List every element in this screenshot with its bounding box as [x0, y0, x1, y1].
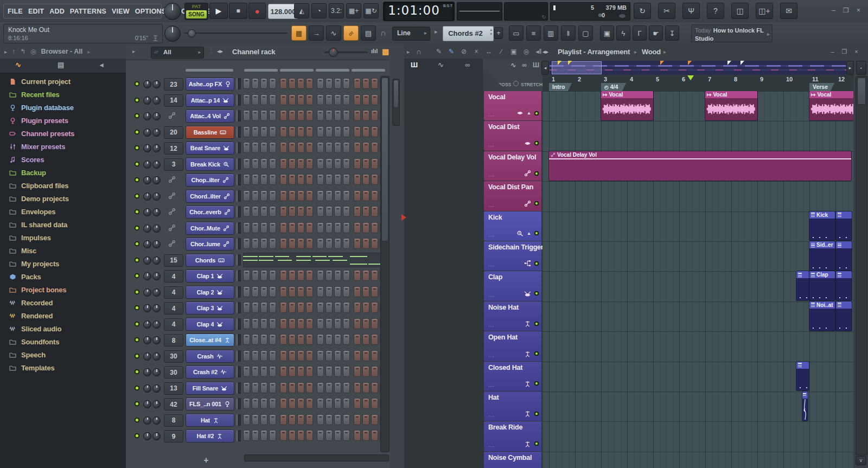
step-button[interactable] — [243, 126, 250, 137]
step-button[interactable] — [269, 142, 276, 153]
wait-input-icon[interactable]: ◔ — [311, 3, 327, 18]
playlist-restore-button[interactable]: ❒ — [840, 47, 849, 56]
playlist-track-noise-hat[interactable]: Noise Hat ⋯ — [484, 302, 541, 331]
step-button[interactable] — [371, 302, 378, 313]
step-button[interactable] — [260, 398, 267, 409]
step-button[interactable] — [260, 430, 267, 441]
channel-mute-slot[interactable] — [237, 158, 241, 170]
step-button[interactable] — [317, 78, 324, 89]
step-button[interactable] — [280, 366, 287, 377]
step-button[interactable] — [362, 286, 369, 297]
track-options-dots[interactable]: ⋯ — [488, 353, 495, 360]
step-button[interactable] — [289, 270, 296, 281]
channel-volume-knob[interactable] — [152, 289, 161, 297]
cut-plugin-icon[interactable]: ✂ — [658, 3, 675, 19]
step-button[interactable] — [280, 350, 287, 361]
channel-button-fls-n-001[interactable]: FLS_..n 001 — [186, 398, 234, 411]
draw-icon[interactable]: ✎ — [434, 47, 444, 56]
channel-mute-slot[interactable] — [237, 334, 241, 345]
step-button[interactable] — [317, 142, 324, 153]
step-button[interactable] — [243, 222, 250, 233]
step-button[interactable] — [260, 350, 267, 361]
track-enable-led[interactable] — [534, 291, 539, 296]
track-options-dots[interactable]: ⋯ — [488, 262, 495, 270]
step-button[interactable] — [362, 350, 369, 361]
menu-edit[interactable]: EDIT — [25, 8, 47, 15]
step-button[interactable] — [243, 382, 250, 393]
step-button[interactable] — [280, 270, 287, 281]
channel-mute-slot[interactable] — [237, 254, 241, 266]
step-button[interactable] — [260, 382, 267, 393]
rack-add-channel-button[interactable]: + — [201, 456, 212, 466]
copy-icon[interactable]: ▣ — [600, 25, 614, 41]
step-button[interactable] — [371, 78, 378, 89]
playlist-scroll-down-button[interactable]: ˅ — [856, 456, 866, 465]
step-button[interactable] — [317, 366, 324, 377]
browser-item-speech[interactable]: Speech — [0, 349, 126, 361]
track-options-dots[interactable]: ⋯ — [488, 413, 495, 420]
arrangement-overview[interactable] — [550, 61, 846, 75]
step-button[interactable] — [252, 366, 259, 377]
track-enable-led[interactable] — [534, 201, 539, 206]
oscilloscope-panel[interactable] — [457, 2, 502, 21]
channel-enable-led[interactable] — [135, 354, 139, 358]
slider-thumb[interactable] — [188, 29, 196, 37]
browser-item-il-shared-data[interactable]: IL shared data — [0, 219, 126, 231]
stepper-icon[interactable]: ▴▾ — [490, 28, 492, 36]
step-button[interactable] — [243, 414, 250, 425]
channel-mixer-track-number[interactable]: 4 — [164, 286, 183, 299]
step-button[interactable] — [289, 398, 296, 409]
step-button[interactable] — [362, 302, 369, 313]
step-button[interactable] — [306, 382, 313, 393]
step-button[interactable] — [334, 318, 341, 329]
step-button[interactable] — [269, 270, 276, 281]
step-button[interactable] — [326, 398, 333, 409]
channel-button-attac-p-14[interactable]: Attac..p 14 — [186, 94, 234, 107]
step-button[interactable] — [354, 238, 361, 249]
channel-mute-slot[interactable] — [237, 94, 241, 106]
browser-back-icon[interactable]: ↰ — [20, 48, 25, 55]
channel-button-chords[interactable]: Chords — [186, 254, 234, 267]
step-button[interactable] — [297, 286, 304, 297]
channel-enable-led[interactable] — [135, 369, 139, 374]
channel-enable-led[interactable] — [135, 418, 139, 422]
step-button[interactable] — [289, 110, 296, 121]
step-button[interactable] — [326, 190, 333, 201]
step-button[interactable] — [354, 334, 361, 345]
browser-item-project-bones[interactable]: Project bones — [0, 284, 126, 296]
step-button[interactable] — [280, 318, 287, 329]
channel-pan-knob[interactable] — [143, 368, 151, 376]
step-button[interactable] — [269, 190, 276, 201]
pattern-clip-clap[interactable]: Clap — [809, 271, 835, 300]
step-button[interactable] — [371, 334, 378, 345]
step-button[interactable] — [297, 430, 304, 441]
step-button[interactable] — [297, 366, 304, 377]
save-icon[interactable]: ◫ — [731, 3, 749, 19]
channel-volume-knob[interactable] — [152, 432, 161, 440]
channel-enable-led[interactable] — [135, 209, 139, 214]
step-button[interactable] — [297, 318, 304, 329]
pattern-clip-unnamed[interactable] — [836, 302, 852, 331]
channel-button-attac-4-vol[interactable]: Attac..4 Vol — [186, 110, 234, 123]
channel-pan-knob[interactable] — [143, 225, 151, 233]
step-button[interactable] — [334, 174, 341, 185]
step-button[interactable] — [371, 222, 378, 233]
step-button[interactable] — [306, 222, 313, 233]
mixer-view-icon[interactable]: ‖ — [561, 25, 576, 41]
step-button[interactable] — [371, 126, 378, 137]
channel-enable-led[interactable] — [135, 194, 139, 198]
step-button[interactable] — [362, 366, 369, 377]
step-button[interactable] — [371, 270, 378, 281]
step-button[interactable] — [289, 222, 296, 233]
track-enable-led[interactable] — [534, 111, 539, 116]
channel-mixer-track-number[interactable]: 14 — [164, 94, 183, 107]
step-button[interactable] — [243, 302, 250, 313]
step-button[interactable] — [252, 398, 259, 409]
step-button[interactable] — [289, 142, 296, 153]
step-button[interactable] — [343, 414, 350, 425]
channel-mute-slot[interactable] — [237, 286, 241, 298]
channel-mute-slot[interactable] — [237, 174, 241, 185]
step-button[interactable] — [260, 270, 267, 281]
channel-mute-slot[interactable] — [237, 398, 241, 409]
step-button[interactable] — [280, 302, 287, 313]
